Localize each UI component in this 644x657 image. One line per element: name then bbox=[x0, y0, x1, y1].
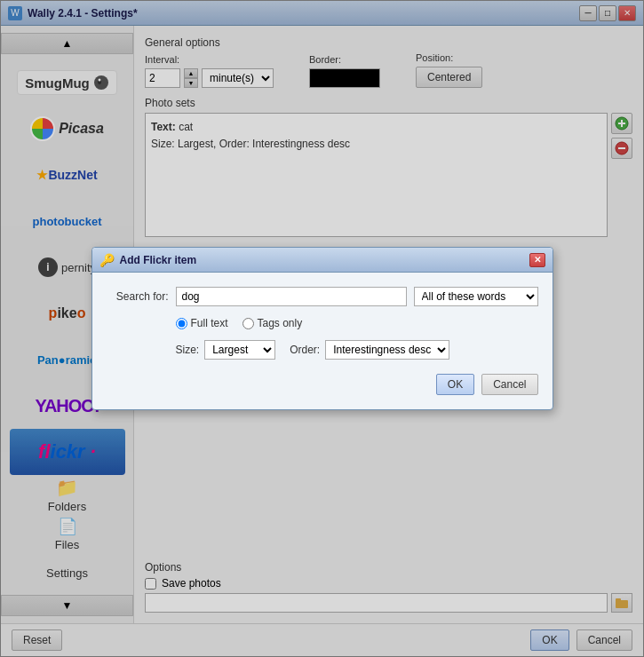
dialog-title-left: 🔑 Add Flickr item bbox=[99, 253, 197, 267]
tags-only-label: Tags only bbox=[258, 317, 303, 329]
tags-only-radio[interactable] bbox=[242, 318, 254, 329]
full-text-radio-item: Full text bbox=[176, 317, 228, 329]
full-text-radio[interactable] bbox=[176, 318, 187, 329]
add-flickr-dialog: 🔑 Add Flickr item ✕ Search for: All of t… bbox=[91, 247, 553, 410]
size-dropdown[interactable]: Largest Large Medium Small bbox=[204, 340, 275, 360]
dialog-overlay: 🔑 Add Flickr item ✕ Search for: All of t… bbox=[0, 0, 644, 657]
tags-only-radio-item: Tags only bbox=[242, 317, 303, 329]
dialog-title-text: Add Flickr item bbox=[120, 254, 197, 266]
dialog-body: Search for: All of these words Any of th… bbox=[92, 273, 553, 409]
search-for-label: Search for: bbox=[107, 290, 169, 303]
size-group: Size: Largest Large Medium Small bbox=[176, 340, 276, 360]
full-text-label: Full text bbox=[191, 317, 228, 329]
search-input[interactable] bbox=[176, 287, 407, 306]
dialog-ok-button[interactable]: OK bbox=[436, 374, 474, 395]
dialog-cancel-button[interactable]: Cancel bbox=[481, 374, 537, 395]
search-type-dropdown[interactable]: All of these words Any of these words Ex… bbox=[414, 287, 538, 306]
search-row: Search for: All of these words Any of th… bbox=[107, 287, 538, 306]
dialog-title-bar: 🔑 Add Flickr item ✕ bbox=[92, 248, 553, 273]
dialog-title-icon: 🔑 bbox=[99, 253, 115, 267]
order-group: Order: Interestingness desc Interestingn… bbox=[290, 340, 449, 360]
size-order-row: Size: Largest Large Medium Small Order: … bbox=[176, 340, 538, 360]
search-mode-group: Full text Tags only bbox=[176, 317, 538, 329]
dialog-buttons: OK Cancel bbox=[107, 374, 538, 395]
order-dropdown[interactable]: Interestingness desc Interestingness asc… bbox=[325, 340, 449, 360]
order-label: Order: bbox=[290, 344, 320, 356]
size-label: Size: bbox=[176, 344, 200, 356]
dialog-close-button[interactable]: ✕ bbox=[529, 253, 545, 267]
